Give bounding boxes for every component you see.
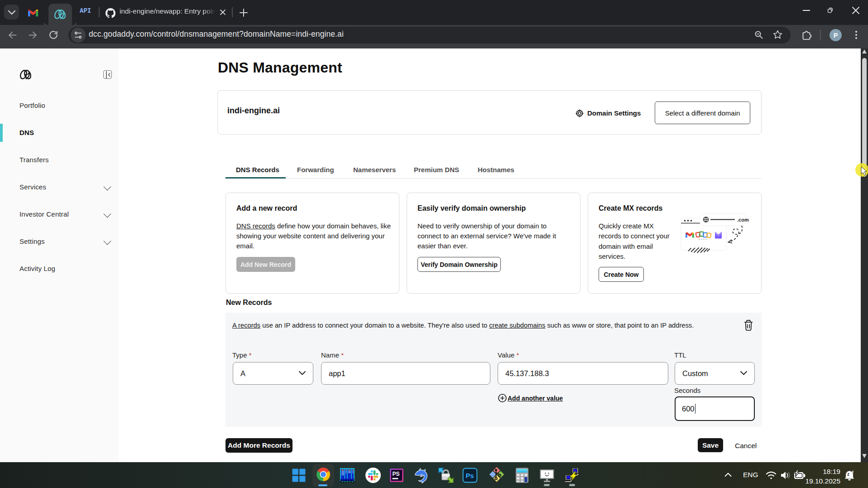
svg-text:.com: .com xyxy=(737,217,749,222)
svg-text:z: z xyxy=(852,469,854,474)
svg-text:z: z xyxy=(847,472,849,477)
svg-text:PS: PS xyxy=(392,471,399,477)
svg-text:Ps: Ps xyxy=(465,472,474,479)
